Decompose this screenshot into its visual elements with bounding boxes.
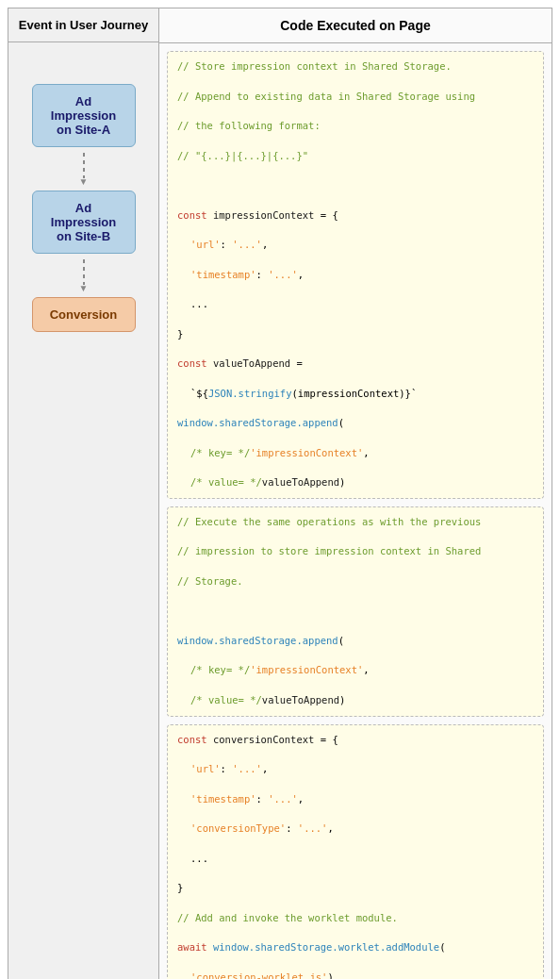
cb1-comment1: // Store impression context in Shared St… [177,59,534,75]
main-container: Event in User Journey Ad Impression on S… [0,0,560,979]
journey-item-conversion: Conversion [32,297,136,332]
code-block-2: // Execute the same operations as with t… [167,506,544,717]
top-section: Event in User Journey Ad Impression on S… [8,8,552,979]
code-block-3-content: const conversionContext = { 'url': '...'… [177,733,534,980]
journey-items: Ad Impression on Site-A Ad Impression on… [8,42,158,979]
code-block-3: const conversionContext = { 'url': '...'… [167,724,544,980]
cb1-comment4: // "{...}|{...}|{...}" [177,149,534,164]
code-block-1-content: // Store impression context in Shared St… [177,59,534,490]
code-blocks: // Store impression context in Shared St… [159,43,552,979]
cb1-comment3: // the following format: [177,119,534,134]
left-col-header: Event in User Journey [8,8,158,42]
journey-item-site-b: Ad Impression on Site-B [32,191,136,254]
connector-1 [79,151,89,187]
code-block-1: // Store impression context in Shared St… [167,51,544,499]
left-column: Event in User Journey Ad Impression on S… [8,8,159,979]
connector-2 [79,257,89,293]
right-col-title: Code Executed on Page [280,18,430,33]
code-block-2-content: // Execute the same operations as with t… [177,515,534,708]
right-col-header: Code Executed on Page [159,8,552,43]
right-column: Code Executed on Page // Store impressio… [159,8,552,979]
cb1-const1: const [177,209,207,221]
cb1-comment2: // Append to existing data in Shared Sto… [177,90,534,105]
left-col-title: Event in User Journey [19,18,148,32]
journey-item-site-a: Ad Impression on Site-A [32,84,136,147]
